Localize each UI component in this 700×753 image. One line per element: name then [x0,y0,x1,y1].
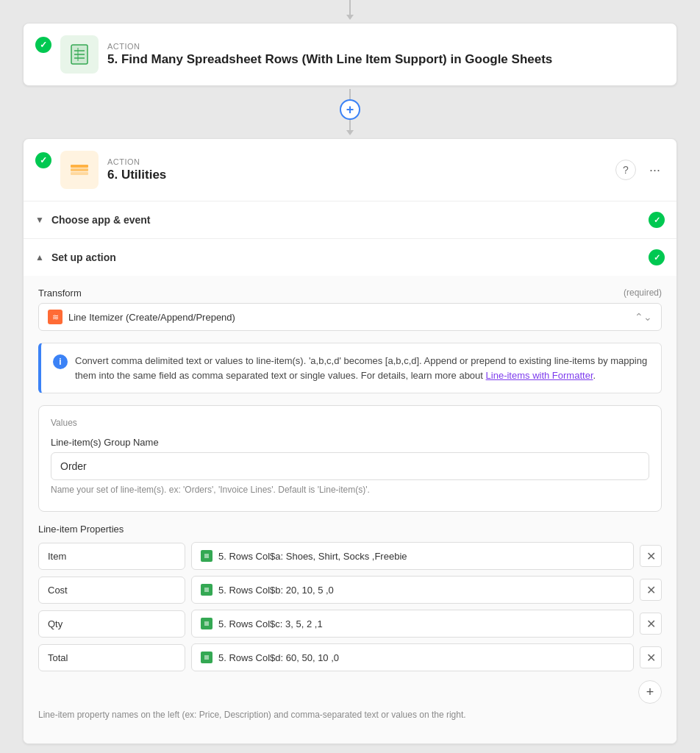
choose-app-title: Choose app & event [51,214,151,226]
step6-info: Action 6. Utilities [107,157,607,182]
setup-action-section: ▲ Set up action Transform (required) ≋ L… [24,238,676,743]
line-item-key-0[interactable] [38,543,185,570]
step5-action-label: Action [107,42,665,51]
step6-title: 6. Utilities [107,168,607,182]
group-name-field-group: Line-item(s) Group Name Name your set of… [51,437,649,495]
line-item-value-text-2: 5. Rows Col$c: 3, 5, 2 ,1 [218,618,323,629]
setup-content: Transform (required) ≋ Line Itemizer (Cr… [24,276,676,743]
transform-label-text: Transform [38,288,82,299]
table-row: 5. Rows Col$d: 60, 50, 10 ,0 ✕ [38,643,662,671]
table-row: 5. Rows Col$c: 3, 5, 2 ,1 ✕ [38,610,662,638]
info-text: Convert comma delimited text or values t… [75,354,649,382]
transform-select-value: Line Itemizer (Create/Append/Prepend) [68,312,635,323]
svg-rect-6 [71,165,88,168]
step5-info: Action 5. Find Many Spreadsheet Rows (Wi… [107,42,665,67]
line-item-key-2[interactable] [38,610,185,638]
workflow-container: Action 5. Find Many Spreadsheet Rows (Wi… [0,0,700,744]
line-item-value-text-0: 5. Rows Col$a: Shoes, Shirt, Socks ,Free… [218,551,407,562]
group-name-label-text: Line-item(s) Group Name [51,437,159,448]
choose-app-chevron: ▼ [35,215,44,225]
transform-select-icon: ≋ [48,310,63,324]
step6-header: Action 6. Utilities ? ··· [24,139,676,201]
info-icon: i [53,354,68,369]
setup-action-header[interactable]: ▲ Set up action [24,239,676,276]
line-item-value-text-3: 5. Rows Col$d: 60, 50, 10 ,0 [218,652,339,663]
setup-action-check [649,249,665,265]
add-step-container: + [340,89,360,135]
setup-action-chevron: ▲ [35,252,44,263]
sheets-tag-2 [201,618,213,629]
line-item-key-3[interactable] [38,644,185,671]
setup-action-title: Set up action [51,251,116,263]
step6-action-label: Action [107,157,607,166]
step5-icon [60,35,99,74]
step6-icon [60,151,99,189]
sheets-tag-0 [201,550,213,562]
add-step-button[interactable]: + [340,99,360,120]
step5-card: Action 5. Find Many Spreadsheet Rows (Wi… [23,23,677,86]
top-arrow [346,15,354,20]
remove-button-3[interactable]: ✕ [640,646,662,668]
footer-hint: Line-item property names on the left (ex… [38,710,662,720]
transform-label: Transform (required) [38,288,662,299]
line-item-value-1[interactable]: 5. Rows Col$b: 20, 10, 5 ,0 [191,576,634,604]
group-name-label: Line-item(s) Group Name [51,437,649,448]
line-item-value-text-1: 5. Rows Col$b: 20, 10, 5 ,0 [218,585,334,596]
sheets-tag-3 [201,652,213,663]
step6-help-button[interactable]: ? [615,160,636,180]
line-item-section-title: Line-item Properties [38,524,662,535]
transform-select-arrow: ⌃⌄ [635,311,652,323]
group-name-hint: Name your set of line-item(s). ex: 'Orde… [51,485,649,495]
info-box: i Convert comma delimited text or values… [38,343,662,393]
choose-app-header-left: ▼ Choose app & event [35,214,150,226]
choose-app-section: ▼ Choose app & event [24,201,676,238]
values-section: Values Line-item(s) Group Name Name your… [38,405,662,512]
svg-rect-8 [71,172,88,175]
connector-line-1 [349,89,351,99]
line-item-key-1[interactable] [38,577,185,604]
info-link[interactable]: Line-items with Formatter [486,370,593,381]
step6-check-icon [35,152,51,168]
transform-field-group: Transform (required) ≋ Line Itemizer (Cr… [38,288,662,331]
table-row: 5. Rows Col$a: Shoes, Shirt, Socks ,Free… [38,542,662,570]
sheets-tag-1 [201,584,213,596]
step5-title: 5. Find Many Spreadsheet Rows (With Line… [107,52,665,67]
choose-app-header[interactable]: ▼ Choose app & event [24,201,676,238]
line-item-value-0[interactable]: 5. Rows Col$a: Shoes, Shirt, Socks ,Free… [191,542,634,570]
setup-action-header-left: ▲ Set up action [35,251,116,263]
table-row: 5. Rows Col$b: 20, 10, 5 ,0 ✕ [38,576,662,604]
step6-more-button[interactable]: ··· [645,161,665,179]
remove-button-2[interactable]: ✕ [640,613,662,635]
add-property-button[interactable]: + [638,680,662,704]
remove-button-0[interactable]: ✕ [640,545,662,567]
connector-arrow [346,130,354,135]
connector-line-2 [349,120,351,130]
transform-select[interactable]: ≋ Line Itemizer (Create/Append/Prepend) … [38,303,662,331]
choose-app-check [649,212,665,228]
svg-rect-7 [71,168,88,171]
values-title: Values [51,418,649,428]
step6-actions: ? ··· [615,160,665,180]
transform-required: (required) [624,288,662,299]
step5-check-icon [35,37,51,53]
remove-button-1[interactable]: ✕ [640,579,662,601]
top-connector-line [349,0,351,15]
line-item-value-2[interactable]: 5. Rows Col$c: 3, 5, 2 ,1 [191,610,634,638]
line-item-section: Line-item Properties 5. Rows Col$a: Shoe… [38,524,662,720]
step6-card: Action 6. Utilities ? ··· ▼ Choose app &… [23,138,677,744]
group-name-input[interactable] [51,452,649,480]
line-item-value-3[interactable]: 5. Rows Col$d: 60, 50, 10 ,0 [191,643,634,671]
